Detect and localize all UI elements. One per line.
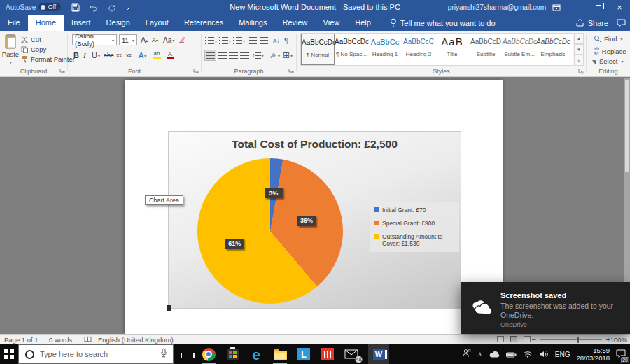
tab-home[interactable]: Home [28, 15, 64, 31]
tab-help[interactable]: Help [347, 15, 379, 31]
volume-icon[interactable] [539, 348, 549, 360]
tab-view[interactable]: View [316, 15, 348, 31]
zoom-slider-thumb[interactable] [577, 337, 579, 343]
pie-chart[interactable] [197, 158, 343, 304]
word-app-button[interactable]: W [368, 344, 389, 364]
multilevel-list-button[interactable]: ▾ [233, 35, 245, 46]
subscript-button[interactable]: x2 [116, 50, 122, 61]
tab-file[interactable]: File [0, 15, 28, 31]
bullets-button[interactable]: ▾ [205, 35, 217, 46]
grow-font-button[interactable]: A [141, 34, 148, 46]
start-button[interactable] [0, 344, 18, 364]
print-layout-button[interactable] [510, 336, 517, 342]
style-item-subtitle[interactable]: AaBbCcDSubtitle [469, 34, 503, 65]
align-center-button[interactable] [218, 50, 227, 61]
autosave-pill[interactable]: Off [38, 3, 61, 11]
language-tray[interactable]: ENG [555, 351, 570, 358]
red-app-button[interactable] [318, 346, 337, 363]
restore-button[interactable] [588, 0, 609, 15]
select-button[interactable]: Select▾ [594, 57, 623, 65]
mail-app-button[interactable]: 48 [342, 346, 361, 363]
paste-button[interactable]: Paste▾ [1, 34, 20, 66]
sort-button[interactable]: A↓ [273, 35, 279, 46]
show-hide-marks-button[interactable] [284, 35, 288, 46]
save-icon[interactable] [71, 4, 80, 12]
line-spacing-button[interactable]: ↕▾ [252, 50, 264, 61]
text-effects-button[interactable]: A▾ [139, 50, 146, 61]
file-explorer-button[interactable] [270, 346, 290, 363]
close-button[interactable]: × [609, 0, 630, 15]
minimize-button[interactable]: – [567, 0, 588, 15]
highlight-button[interactable]: ab [153, 50, 161, 61]
tab-layout[interactable]: Layout [138, 15, 176, 31]
wifi-icon[interactable] [523, 348, 533, 360]
chrome-app-button[interactable] [199, 346, 218, 363]
font-name-combo[interactable]: Calibri (Body)▾ [72, 34, 117, 46]
clipboard-dialog-launcher[interactable] [59, 67, 65, 75]
style-item-normal[interactable]: AaBbCcDc¶ Normal [301, 34, 335, 65]
page-indicator[interactable]: Page 1 of 1 [4, 336, 38, 344]
search-input[interactable] [40, 350, 160, 358]
font-dialog-launcher[interactable] [193, 67, 199, 75]
bold-button[interactable] [74, 50, 79, 61]
word-count[interactable]: 0 words [49, 336, 72, 344]
clear-formatting-button[interactable] [178, 34, 187, 46]
onedrive-notification[interactable]: Screenshot saved The screenshot was adde… [461, 282, 630, 334]
shading-button[interactable]: ▾ [269, 50, 280, 61]
italic-button[interactable] [83, 50, 86, 61]
account-email[interactable]: priyanshi27sharma@gmail.com [448, 4, 546, 11]
ribbon-display-options-icon[interactable] [546, 0, 567, 15]
autosave-toggle[interactable]: AutoSave Off [6, 3, 61, 11]
underline-button[interactable]: ▾ [92, 50, 100, 61]
gallery-down-icon[interactable]: ▼ [574, 44, 584, 55]
font-color-button[interactable]: A [167, 50, 174, 61]
styles-dialog-launcher[interactable] [578, 68, 584, 76]
zoom-percent[interactable]: 100% [610, 336, 627, 344]
tab-design[interactable]: Design [99, 15, 138, 31]
tab-insert[interactable]: Insert [64, 15, 99, 31]
cut-button[interactable]: Cut [21, 36, 41, 43]
shrink-font-button[interactable]: A [152, 34, 158, 46]
chart[interactable]: Total Cost of Production: £2,500 Initial… [168, 131, 461, 309]
store-app-button[interactable] [223, 346, 242, 363]
proofing-icon[interactable] [84, 336, 92, 344]
web-layout-button[interactable] [524, 336, 531, 342]
task-view-button[interactable] [178, 346, 197, 363]
chart-selection-handle[interactable] [167, 305, 172, 312]
style-item-subtle-em[interactable]: AaBbCcDcSubtle Em... [503, 34, 536, 65]
l-app-button[interactable]: L [294, 346, 314, 363]
tab-mailings[interactable]: Mailings [231, 15, 274, 31]
battery-icon[interactable] [506, 348, 517, 360]
font-size-combo[interactable]: 11▾ [119, 34, 137, 46]
undo-icon[interactable] [89, 4, 99, 12]
paragraph-dialog-launcher[interactable] [288, 67, 294, 75]
superscript-button[interactable]: x2 [126, 50, 132, 61]
style-item-heading-2[interactable]: AaBbCcCHeading 2 [402, 34, 435, 65]
format-painter-button[interactable]: Format Painter [21, 55, 75, 63]
edge-app-button[interactable]: e [246, 346, 266, 363]
numbering-button[interactable]: ▾ [219, 35, 231, 46]
people-icon[interactable]: R [462, 348, 471, 360]
style-item-heading-1[interactable]: AaBbCcHeading 1 [368, 34, 402, 65]
style-item-emphasis[interactable]: AaBbCcDcEmphasis [536, 34, 570, 65]
change-case-button[interactable]: Aa▾ [163, 34, 174, 46]
zoom-slider[interactable] [540, 340, 602, 340]
taskbar-search[interactable] [18, 344, 174, 364]
read-mode-button[interactable] [497, 336, 504, 342]
redo-icon[interactable] [108, 4, 115, 12]
replace-button[interactable]: abacReplace [594, 46, 626, 56]
action-center-button[interactable]: 20 [616, 348, 626, 360]
zoom-out-button[interactable]: − [532, 335, 536, 344]
strikethrough-button[interactable] [104, 50, 114, 61]
style-item-no-spac[interactable]: AaBbCcDc¶ No Spac... [335, 34, 368, 65]
customize-qat-icon[interactable] [125, 5, 131, 11]
borders-button[interactable]: ▾ [283, 50, 293, 61]
tell-me-box[interactable]: Tell me what you want to do [390, 15, 496, 31]
microphone-icon[interactable] [160, 348, 167, 360]
find-button[interactable]: Find▾ [594, 35, 623, 43]
style-item-title[interactable]: AaBTitle [435, 34, 469, 65]
decrease-indent-button[interactable] [249, 35, 257, 46]
onedrive-tray-icon[interactable] [489, 348, 500, 360]
tab-review[interactable]: Review [275, 15, 316, 31]
tab-references[interactable]: References [176, 15, 231, 31]
